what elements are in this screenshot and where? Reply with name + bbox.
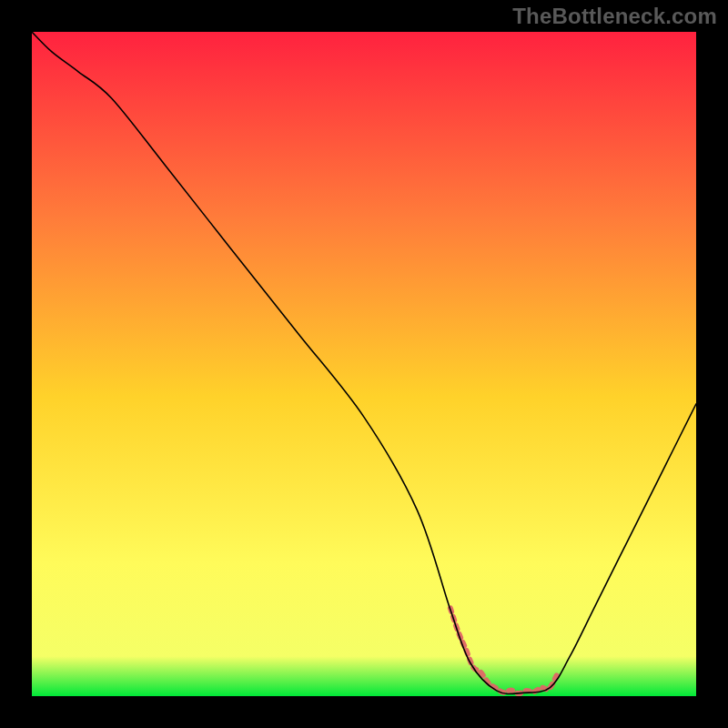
gradient-background [32, 32, 696, 696]
chart-svg [32, 32, 696, 696]
watermark-text: TheBottleneck.com [512, 4, 717, 29]
chart-frame: TheBottleneck.com [0, 0, 728, 728]
plot-area [32, 32, 696, 696]
